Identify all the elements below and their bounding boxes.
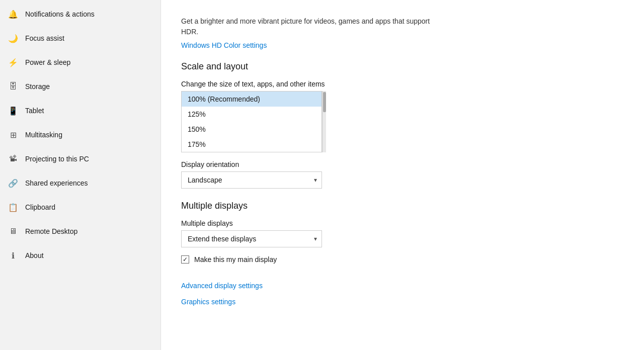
sidebar-item-notifications-actions[interactable]: 🔔 Notifications & actions	[0, 2, 160, 26]
sidebar-item-label: Multitasking	[25, 131, 62, 139]
power-icon: ⚡	[8, 57, 18, 67]
main-display-checkbox-label: Make this my main display	[194, 255, 277, 264]
sidebar-item-label: Notifications & actions	[25, 10, 95, 18]
remote-desktop-icon: 🖥	[8, 226, 18, 236]
main-display-checkbox-container[interactable]: ✓ Make this my main display	[181, 255, 624, 264]
about-icon: ℹ	[8, 250, 18, 260]
sidebar-item-label: Projecting to this PC	[25, 155, 89, 163]
main-display-checkbox[interactable]: ✓	[181, 255, 189, 264]
sidebar-item-remote-desktop[interactable]: 🖥 Remote Desktop	[0, 219, 160, 243]
sidebar-item-focus-assist[interactable]: 🌙 Focus assist	[0, 26, 160, 50]
main-content: Get a brighter and more vibrant picture …	[161, 0, 644, 350]
advanced-display-settings-link[interactable]: Advanced display settings	[181, 282, 263, 290]
sidebar-item-label: Clipboard	[25, 203, 55, 211]
multiple-displays-select-container: Extend these displays Duplicate these di…	[181, 230, 322, 247]
scale-section-title: Scale and layout	[181, 61, 624, 72]
hdr-description: Get a brighter and more vibrant picture …	[181, 16, 433, 37]
sidebar-item-clipboard[interactable]: 📋 Clipboard	[0, 195, 160, 219]
multiple-displays-label: Multiple displays	[181, 219, 624, 227]
sidebar-item-label: Tablet	[25, 107, 44, 115]
tablet-icon: 📱	[8, 106, 18, 116]
orientation-select-container: Landscape Portrait Landscape (flipped) P…	[181, 171, 322, 189]
sidebar-item-label: Focus assist	[25, 34, 64, 42]
multiple-displays-select[interactable]: Extend these displays Duplicate these di…	[181, 230, 322, 247]
scale-scrollbar[interactable]	[322, 91, 326, 152]
sidebar-item-tablet[interactable]: 📱 Tablet	[0, 99, 160, 123]
scale-field-label: Change the size of text, apps, and other…	[181, 80, 624, 88]
scale-option-100[interactable]: 100% (Recommended)	[182, 92, 321, 107]
projecting-icon: 📽	[8, 154, 18, 164]
sidebar-item-about[interactable]: ℹ About	[0, 243, 160, 268]
orientation-label: Display orientation	[181, 160, 624, 168]
scale-option-175[interactable]: 175%	[182, 137, 321, 152]
orientation-select[interactable]: Landscape Portrait Landscape (flipped) P…	[181, 171, 322, 189]
clipboard-icon: 📋	[8, 202, 18, 212]
notifications-icon: 🔔	[8, 9, 18, 19]
graphics-settings-link[interactable]: Graphics settings	[181, 298, 235, 306]
multitasking-icon: ⊞	[8, 130, 18, 140]
shared-icon: 🔗	[8, 178, 18, 188]
sidebar-item-projecting-to-pc[interactable]: 📽 Projecting to this PC	[0, 147, 160, 171]
sidebar-item-label: Storage	[25, 82, 50, 91]
scale-listbox[interactable]: 100% (Recommended) 125% 150% 175%	[181, 91, 322, 152]
scale-scrollbar-thumb[interactable]	[323, 92, 326, 112]
storage-icon: 🗄	[8, 81, 18, 92]
hdr-link[interactable]: Windows HD Color settings	[181, 41, 267, 49]
multiple-displays-section-title: Multiple displays	[181, 201, 624, 211]
sidebar-item-shared-experiences[interactable]: 🔗 Shared experiences	[0, 171, 160, 195]
sidebar-item-label: Remote Desktop	[25, 227, 77, 235]
scale-listbox-container: 100% (Recommended) 125% 150% 175%	[181, 91, 624, 152]
sidebar-item-label: Shared experiences	[25, 179, 88, 187]
focus-assist-icon: 🌙	[8, 33, 18, 43]
sidebar-item-power-sleep[interactable]: ⚡ Power & sleep	[0, 50, 160, 74]
sidebar-item-label: About	[25, 251, 44, 259]
sidebar-item-multitasking[interactable]: ⊞ Multitasking	[0, 123, 160, 147]
sidebar-item-label: Power & sleep	[25, 58, 70, 66]
sidebar: 🔔 Notifications & actions 🌙 Focus assist…	[0, 0, 161, 350]
sidebar-item-storage[interactable]: 🗄 Storage	[0, 74, 160, 99]
scale-option-150[interactable]: 150%	[182, 122, 321, 137]
scale-option-125[interactable]: 125%	[182, 107, 321, 122]
checkbox-checkmark: ✓	[183, 256, 188, 262]
